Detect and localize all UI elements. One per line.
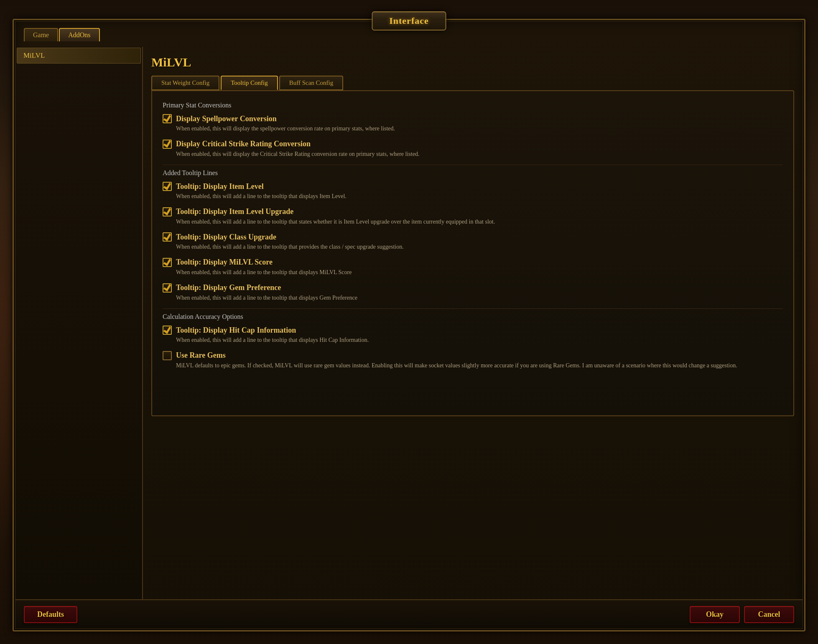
title-bar-inner: Interface bbox=[372, 11, 446, 31]
setting-tooltip-hit-cap: Tooltip: Display Hit Cap Information Whe… bbox=[163, 326, 783, 344]
tab-buff-scan[interactable]: Buff Scan Config bbox=[279, 76, 344, 90]
setting-tooltip-milvl-score: Tooltip: Display MiLVL Score When enable… bbox=[163, 258, 783, 277]
title-bar: Interface bbox=[337, 0, 481, 41]
checkbox-display-spellpower[interactable] bbox=[163, 114, 172, 123]
section-calc-header: Calculation Accuracy Options bbox=[163, 313, 783, 321]
setting-desc-spellpower: When enabled, this will display the spel… bbox=[176, 125, 783, 133]
main-window-inner: Game AddOns MiLVL MiLVL Stat Weight Conf… bbox=[15, 21, 803, 629]
checkbox-tooltip-milvl-score[interactable] bbox=[163, 258, 172, 267]
bottom-bar: Defaults Okay Cancel bbox=[15, 599, 803, 629]
section-tooltip-header: Added Tooltip Lines bbox=[163, 169, 783, 177]
tab-stat-weight[interactable]: Stat Weight Config bbox=[151, 76, 219, 90]
setting-title-item-level: Tooltip: Display Item Level bbox=[176, 182, 264, 191]
top-tab-bar: Game AddOns bbox=[24, 28, 100, 41]
setting-use-rare-gems: Use Rare Gems MiLVL defaults to epic gem… bbox=[163, 351, 783, 370]
tab-game[interactable]: Game bbox=[24, 28, 58, 41]
sidebar-item-milvl[interactable]: MiLVL bbox=[17, 48, 141, 64]
setting-desc-class-upgrade: When enabled, this will add a line to th… bbox=[176, 243, 783, 251]
checkbox-tooltip-item-level[interactable] bbox=[163, 182, 172, 191]
setting-title-gem-pref: Tooltip: Display Gem Preference bbox=[176, 283, 281, 292]
setting-desc-gem-pref: When enabled, this will add a line to th… bbox=[176, 294, 783, 302]
sidebar: MiLVL bbox=[15, 47, 143, 599]
setting-title-hit-cap: Tooltip: Display Hit Cap Information bbox=[176, 326, 296, 335]
content-area: MiLVL Stat Weight Config Tooltip Config … bbox=[143, 47, 803, 599]
section-primary-stat-header: Primary Stat Conversions bbox=[163, 102, 783, 109]
checkbox-tooltip-gem-pref[interactable] bbox=[163, 283, 172, 293]
setting-title-spellpower: Display Spellpower Conversion bbox=[176, 115, 277, 123]
setting-tooltip-item-level-upgrade: Tooltip: Display Item Level Upgrade When… bbox=[163, 207, 783, 226]
divider-1 bbox=[163, 165, 783, 165]
defaults-button[interactable]: Defaults bbox=[24, 606, 77, 623]
setting-desc-item-level-upgrade: When enabled, this will add a line to th… bbox=[176, 218, 783, 226]
setting-tooltip-item-level: Tooltip: Display Item Level When enabled… bbox=[163, 182, 783, 201]
content-tabs: Stat Weight Config Tooltip Config Buff S… bbox=[151, 76, 794, 90]
checkbox-tooltip-item-level-upgrade[interactable] bbox=[163, 207, 172, 216]
setting-title-rare-gems: Use Rare Gems bbox=[176, 351, 226, 360]
addon-title: MiLVL bbox=[151, 55, 794, 69]
setting-desc-rare-gems: MiLVL defaults to epic gems. If checked,… bbox=[176, 361, 783, 370]
tab-tooltip-config[interactable]: Tooltip Config bbox=[221, 76, 278, 90]
checkbox-tooltip-class-upgrade[interactable] bbox=[163, 232, 172, 242]
setting-title-item-level-upgrade: Tooltip: Display Item Level Upgrade bbox=[176, 207, 293, 216]
setting-desc-item-level: When enabled, this will add a line to th… bbox=[176, 192, 783, 201]
window-title: Interface bbox=[389, 15, 429, 26]
main-window: Game AddOns MiLVL MiLVL Stat Weight Conf… bbox=[13, 19, 805, 631]
divider-2 bbox=[163, 308, 783, 309]
settings-panel: Primary Stat Conversions Display Spellpo… bbox=[151, 90, 794, 416]
tab-addons[interactable]: AddOns bbox=[59, 28, 99, 41]
setting-tooltip-gem-pref: Tooltip: Display Gem Preference When ena… bbox=[163, 283, 783, 302]
setting-desc-hit-cap: When enabled, this will add a line to th… bbox=[176, 336, 783, 344]
setting-tooltip-class-upgrade: Tooltip: Display Class Upgrade When enab… bbox=[163, 232, 783, 251]
setting-title-milvl-score: Tooltip: Display MiLVL Score bbox=[176, 258, 273, 267]
checkbox-display-crit[interactable] bbox=[163, 140, 172, 149]
checkbox-use-rare-gems[interactable] bbox=[163, 351, 172, 360]
checkbox-tooltip-hit-cap[interactable] bbox=[163, 326, 172, 335]
setting-desc-milvl-score: When enabled, this will add a line to th… bbox=[176, 268, 783, 277]
setting-title-class-upgrade: Tooltip: Display Class Upgrade bbox=[176, 233, 276, 242]
setting-display-spellpower: Display Spellpower Conversion When enabl… bbox=[163, 114, 783, 133]
cancel-button[interactable]: Cancel bbox=[744, 606, 794, 623]
okay-button[interactable]: Okay bbox=[690, 606, 740, 623]
setting-title-crit: Display Critical Strike Rating Conversio… bbox=[176, 140, 311, 148]
setting-desc-crit: When enabled, this will display the Crit… bbox=[176, 150, 783, 158]
setting-display-crit: Display Critical Strike Rating Conversio… bbox=[163, 140, 783, 158]
